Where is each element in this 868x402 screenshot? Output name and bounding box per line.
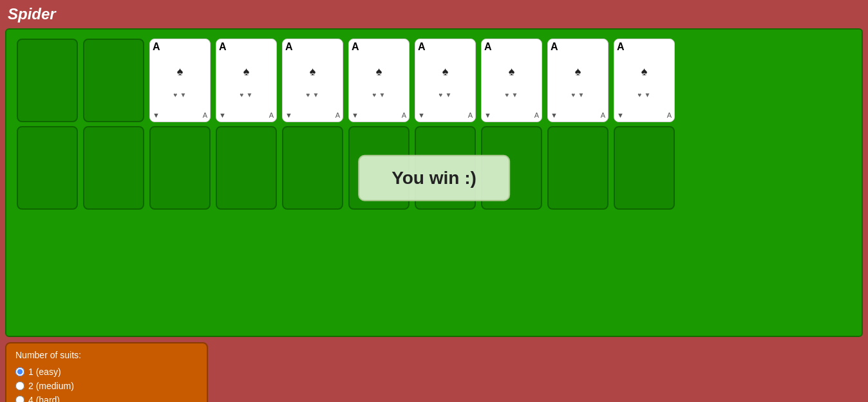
app-title: Spider [8, 5, 860, 23]
ace-card-3[interactable]: A ♠ ♥▼ ▼A [216, 39, 277, 122]
card-slot-3-bottom [216, 126, 277, 210]
card-decoration: ♥▼ [240, 91, 253, 98]
card-slot-0-bottom [17, 126, 78, 210]
card-slot-0-top [17, 39, 78, 122]
card-suit: ♠ [243, 65, 250, 78]
card-rank-top: A [617, 42, 625, 52]
card-slot-1-bottom [83, 126, 144, 210]
win-overlay: You win :) [358, 155, 510, 201]
card-decoration: ♥▼ [439, 91, 452, 98]
card-suit: ♠ [575, 65, 581, 78]
card-suit: ♠ [177, 65, 184, 78]
card-slot-1-top [83, 39, 144, 122]
card-rank-top: A [418, 42, 426, 52]
column-3: A ♠ ♥▼ ▼A [216, 39, 277, 210]
controls-panel: Number of suits: 1 (easy) 2 (medium) 4 (… [5, 342, 208, 402]
card-suit: ♠ [376, 65, 382, 78]
card-rank-top: A [551, 42, 558, 52]
card-decoration: ♥▼ [638, 91, 651, 98]
column-4: A ♠ ♥▼ ▼A [282, 39, 343, 210]
card-suit: ♠ [310, 65, 316, 78]
ace-card-6[interactable]: A ♠ ♥▼ ▼A [415, 39, 476, 122]
radio-hard-label[interactable]: 4 (hard) [28, 395, 60, 402]
ace-card-5[interactable]: A ♠ ♥▼ ▼A [348, 39, 410, 122]
ace-card-4[interactable]: A ♠ ♥▼ ▼A [282, 39, 343, 122]
radio-medium[interactable] [15, 381, 24, 390]
column-1 [83, 39, 144, 210]
radio-medium-label[interactable]: 2 (medium) [28, 381, 74, 391]
radio-row-hard: 4 (hard) [15, 395, 198, 402]
win-message: You win :) [392, 168, 476, 188]
ace-card-2[interactable]: A ♠ ♥▼ ▼A [149, 39, 211, 122]
radio-hard[interactable] [15, 396, 24, 402]
card-decoration: ♥▼ [373, 91, 386, 98]
card-rank-top: A [352, 42, 359, 52]
card-decoration: ♥▼ [174, 91, 187, 98]
card-slot-4-bottom [282, 126, 343, 210]
card-decoration: ♥▼ [505, 91, 518, 98]
card-decoration: ♥▼ [307, 91, 319, 98]
radio-easy[interactable] [15, 367, 24, 376]
card-rank-top: A [484, 42, 492, 52]
ace-card-8[interactable]: A ♠ ♥▼ ▼A [547, 39, 609, 122]
card-slot-8-bottom [547, 126, 609, 210]
app-header: Spider [0, 0, 868, 28]
column-9: A ♠ ♥▼ ▼A [614, 39, 675, 210]
ace-card-7[interactable]: A ♠ ♥▼ ▼A [481, 39, 542, 122]
card-slot-9-bottom [614, 126, 675, 210]
column-8: A ♠ ♥▼ ▼A [547, 39, 609, 210]
controls-label: Number of suits: [15, 350, 198, 360]
card-rank-top: A [219, 42, 227, 52]
radio-row-easy: 1 (easy) [15, 367, 198, 377]
card-decoration: ♥▼ [572, 91, 585, 98]
radio-row-medium: 2 (medium) [15, 381, 198, 391]
radio-easy-label[interactable]: 1 (easy) [28, 367, 61, 377]
card-slot-2-bottom [149, 126, 211, 210]
card-suit: ♠ [509, 65, 515, 78]
ace-card-9[interactable]: A ♠ ♥▼ ▼A [614, 39, 675, 122]
card-suit: ♠ [442, 65, 449, 78]
column-0 [17, 39, 78, 210]
card-rank-top: A [153, 42, 160, 52]
card-rank-top: A [285, 42, 293, 52]
game-area: A ♠ ♥▼ ▼A A ♠ ♥▼ ▼A [5, 28, 863, 337]
column-2: A ♠ ♥▼ ▼A [149, 39, 211, 210]
card-suit: ♠ [641, 65, 648, 78]
